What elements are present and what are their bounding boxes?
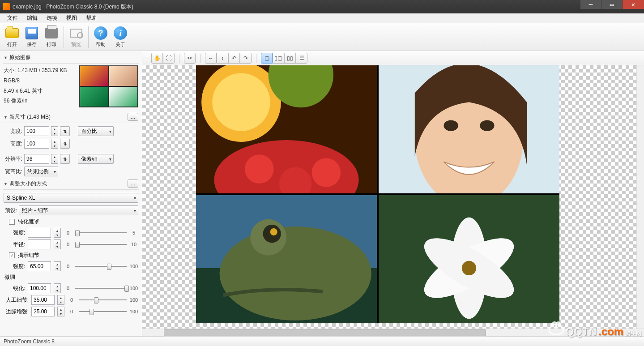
menu-file[interactable]: 文件 — [3, 13, 22, 23]
section-resize-method[interactable]: ▼调整大小的方式 … — [1, 178, 141, 189]
height-link-button[interactable]: ⇅ — [60, 139, 70, 149]
open-button[interactable]: 打开 — [3, 25, 21, 50]
preset-select[interactable]: 照片 - 细节 — [19, 205, 138, 215]
unsharp-radius-spinner[interactable]: ▲▼ — [54, 239, 61, 249]
layout-stacked-button[interactable]: ☰ — [296, 53, 307, 64]
minimize-button[interactable]: ─ — [580, 0, 601, 9]
edge-label: 边缘增强: — [4, 308, 29, 316]
rotate-cw-icon: ↷ — [243, 55, 248, 61]
horizontal-scrollbar[interactable] — [142, 329, 644, 336]
sharpen-slider[interactable] — [75, 284, 127, 292]
method-more-button[interactable]: … — [128, 179, 138, 188]
layout-sidebyside-button[interactable]: ▯▯ — [284, 53, 296, 64]
window-titlebar: example.jpg - PhotoZoom Classic 8.0 (Dem… — [0, 0, 644, 13]
layout-split-icon: ▯▢ — [274, 55, 282, 61]
close-button[interactable]: ✕ — [623, 0, 644, 9]
width-link-button[interactable]: ⇅ — [60, 126, 70, 136]
canvas-viewport[interactable] — [142, 65, 636, 329]
svg-point-2 — [212, 73, 270, 131]
section-original-image[interactable]: ▼原始图像 — [1, 52, 141, 63]
layout-split-button[interactable]: ▯▢ — [273, 53, 284, 64]
maximize-button[interactable]: ▭ — [601, 0, 622, 9]
unsharp-intensity-slider[interactable] — [75, 229, 127, 237]
svg-point-10 — [444, 120, 458, 131]
size-unit-select[interactable]: 百分比 — [78, 126, 114, 136]
reveal-intensity-spinner[interactable]: ▲▼ — [54, 261, 61, 271]
toolbar-separator — [88, 26, 89, 48]
print-button[interactable]: 打印 — [42, 25, 61, 50]
sharpen-spinner[interactable]: ▲▼ — [54, 283, 61, 293]
artifacts-slider[interactable] — [79, 296, 127, 304]
height-spinner[interactable]: ▲▼ — [51, 139, 58, 149]
height-label: 高度: — [4, 140, 22, 148]
flip-v-button[interactable]: ↕ — [217, 53, 228, 64]
preview-button[interactable]: 预览 — [67, 25, 85, 50]
app-icon — [3, 3, 10, 10]
resolution-spinner[interactable]: ▲▼ — [51, 154, 58, 164]
edge-slider[interactable] — [79, 308, 127, 316]
marquee-tool-button[interactable]: ⛶ — [163, 53, 175, 64]
artifacts-spinner[interactable]: ▲▼ — [57, 295, 64, 305]
help-icon: ? — [94, 26, 107, 40]
unsharp-radius-slider[interactable] — [75, 240, 127, 248]
menu-edit[interactable]: 编辑 — [22, 13, 42, 23]
preview-area: ✋ ⛶ ✂ ↔ ↕ ↶ ↷ ▢ ▯▢ ▯▯ ☰ — [142, 51, 644, 336]
resolution-unit-select[interactable]: 像素/in — [78, 154, 114, 164]
edge-spinner[interactable]: ▲▼ — [57, 307, 64, 316]
help-button[interactable]: ?帮助 — [91, 25, 110, 50]
main-toolbar: 打开 保存 打印 预览 ?帮助 i关于 — [0, 23, 644, 51]
original-thumbnail[interactable] — [79, 65, 138, 107]
svg-point-5 — [245, 154, 274, 184]
reveal-details-checkbox[interactable]: ✓ — [9, 252, 15, 258]
menu-help[interactable]: 帮助 — [81, 13, 101, 23]
algorithm-select[interactable]: S-Spline XL — [4, 193, 138, 203]
aspect-ratio-select[interactable]: 约束比例 — [24, 167, 58, 176]
rotate-cw-button[interactable]: ↷ — [240, 53, 252, 64]
aspect-label: 宽高比: — [4, 168, 22, 175]
printer-icon — [45, 28, 58, 38]
menu-view[interactable]: 视图 — [62, 13, 81, 23]
sharpen-input[interactable] — [28, 283, 51, 293]
menu-options[interactable]: 选项 — [42, 13, 62, 23]
pan-tool-button[interactable]: ✋ — [151, 53, 163, 64]
folder-icon — [5, 28, 19, 38]
unsharp-intensity-spinner[interactable]: ▲▼ — [54, 228, 61, 238]
layout-single-icon: ▢ — [264, 55, 269, 61]
height-input[interactable] — [24, 139, 49, 149]
resolution-label: 分辨率: — [4, 155, 22, 163]
layout-2col-icon: ▯▯ — [287, 55, 293, 61]
artifacts-input[interactable] — [31, 295, 55, 305]
floppy-icon — [26, 27, 38, 39]
finetune-label: 微调 — [1, 272, 141, 282]
resolution-link-button[interactable]: ⇅ — [60, 154, 70, 164]
rotate-ccw-button[interactable]: ↶ — [228, 53, 240, 64]
unsharp-radius-input[interactable] — [28, 239, 51, 249]
unsharp-mask-checkbox[interactable] — [9, 219, 15, 225]
about-button[interactable]: i关于 — [111, 25, 130, 50]
vertical-scrollbar[interactable] — [636, 65, 644, 329]
newsize-more-button[interactable]: … — [128, 113, 138, 121]
toolbar-grip[interactable] — [146, 54, 149, 63]
chevron-down-icon: ▼ — [4, 56, 8, 60]
section-new-size[interactable]: ▼新尺寸 (1.43 MB) … — [1, 111, 141, 123]
crop-tool-button[interactable]: ✂ — [184, 53, 196, 64]
view-toolbar: ✋ ⛶ ✂ ↔ ↕ ↶ ↷ ▢ ▯▢ ▯▯ ☰ — [142, 51, 644, 65]
svg-point-11 — [480, 120, 494, 131]
flip-v-icon: ↕ — [221, 55, 224, 61]
width-input[interactable] — [24, 126, 49, 136]
edge-input[interactable] — [31, 307, 55, 316]
sharpen-label: 锐化: — [4, 285, 25, 292]
flip-h-button[interactable]: ↔ — [205, 53, 217, 64]
unsharp-intensity-input[interactable] — [28, 228, 51, 238]
save-button[interactable]: 保存 — [22, 25, 41, 50]
resolution-input[interactable] — [24, 154, 49, 164]
reveal-intensity-slider[interactable] — [75, 262, 127, 270]
chevron-down-icon: ▼ — [4, 115, 8, 120]
width-spinner[interactable]: ▲▼ — [51, 126, 58, 136]
artifacts-label: 人工细节: — [4, 296, 29, 304]
reveal-intensity-input[interactable] — [28, 261, 51, 271]
layout-single-button[interactable]: ▢ — [261, 53, 273, 64]
chevron-down-icon: ▼ — [4, 182, 8, 186]
original-image-info: 大小: 1.43 MB / 353.79 KB RGB/8 8.49 x 6.4… — [4, 65, 76, 107]
intensity-label: 强度: — [4, 229, 25, 237]
